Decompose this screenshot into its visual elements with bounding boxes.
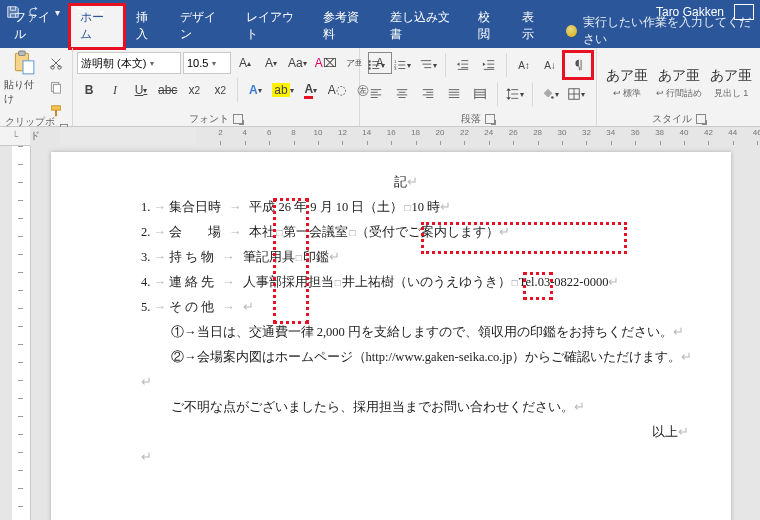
svg-text:3: 3: [394, 66, 397, 71]
svg-point-11: [368, 67, 370, 69]
superscript-button[interactable]: x2: [208, 79, 232, 101]
justify-button[interactable]: [442, 83, 466, 105]
align-left-button[interactable]: [364, 83, 388, 105]
doc-row-1: 1.→集合日時→平成 26 年 9 月 10 日（土）□10 時↵: [111, 195, 701, 220]
cut-button[interactable]: [44, 52, 68, 74]
group-paragraph-label: 段落: [461, 112, 481, 126]
text-direction-button[interactable]: A↕: [512, 54, 536, 76]
clear-formatting-button[interactable]: A⌧: [312, 52, 340, 74]
svg-rect-7: [52, 106, 61, 110]
show-hide-marks-button[interactable]: [564, 52, 592, 78]
style-item-2[interactable]: あア亜見出し 1: [705, 60, 757, 106]
font-size-combo[interactable]: 10.5▾: [183, 52, 231, 74]
doc-note-1: ①→当日は、交通費一律 2,000 円を支給しますので、領収用の印鑑をお持ちくだ…: [111, 320, 701, 345]
svg-point-15: [551, 96, 554, 99]
tell-me[interactable]: 実行したい作業を入力してください: [566, 14, 760, 48]
multilevel-list-button[interactable]: ▾: [416, 54, 440, 76]
style-item-0[interactable]: あア亜↩ 標準: [601, 60, 653, 106]
tab-review[interactable]: 校閲: [468, 5, 510, 48]
tell-me-placeholder: 実行したい作業を入力してください: [583, 14, 760, 48]
subscript-button[interactable]: x2: [182, 79, 206, 101]
highlight-button[interactable]: ab▾: [269, 79, 296, 101]
font-face-combo[interactable]: 游明朝 (本文)▾: [77, 52, 181, 74]
doc-row-4: 4.→連 絡 先→人事部採用担当□井上祐樹（いのうえゆうき）□Tel.03-08…: [111, 270, 701, 295]
doc-note-2: ②→会場案内図はホームページ（http://www.gaken-seika.co…: [111, 345, 701, 370]
ruler-corner: └: [0, 127, 30, 146]
svg-rect-6: [53, 84, 60, 93]
doc-row-3: 3.→持 ち 物→筆記用具□印鑑↵: [111, 245, 701, 270]
group-paragraph: ▾ 123▾ ▾ A↕ A↓ ▾: [360, 48, 597, 126]
increase-indent-button[interactable]: [477, 54, 501, 76]
doc-closing: ご不明な点がございましたら、採用担当までお問い合わせください。↵: [111, 395, 701, 420]
group-font: 游明朝 (本文)▾ 10.5▾ A▴ A▾ Aa▾ A⌧ ア亜 A B I U▾…: [73, 48, 360, 126]
distributed-button[interactable]: [468, 83, 492, 105]
page[interactable]: 記↵ 1.→集合日時→平成 26 年 9 月 10 日（土）□10 時↵2.→会…: [51, 152, 731, 520]
underline-button[interactable]: U▾: [129, 79, 153, 101]
save-icon[interactable]: [6, 5, 20, 19]
align-center-button[interactable]: [390, 83, 414, 105]
document-area: 記↵ 1.→集合日時→平成 26 年 9 月 10 日（土）□10 時↵2.→会…: [0, 146, 760, 520]
svg-rect-2: [23, 61, 34, 74]
svg-point-9: [368, 60, 370, 62]
group-clipboard: 貼り付け クリップボード: [0, 48, 73, 126]
font-color-button[interactable]: A▾: [299, 79, 323, 101]
doc-row-2: 2.→会 場→本社□第一会議室□（受付でご案内します）↵: [111, 220, 701, 245]
paste-button[interactable]: 貼り付け: [4, 50, 42, 106]
borders-button[interactable]: ▾: [564, 83, 588, 105]
sort-button[interactable]: A↓: [538, 54, 562, 76]
bulb-icon: [566, 25, 577, 37]
text-effects-button[interactable]: A▾: [243, 79, 267, 101]
group-styles-label: スタイル: [652, 112, 692, 126]
character-shading-button[interactable]: A◌: [325, 79, 349, 101]
styles-dialog-launcher[interactable]: [696, 114, 706, 124]
doc-end: 以上↵: [111, 420, 701, 445]
doc-heading: 記: [394, 175, 407, 189]
italic-button[interactable]: I: [103, 79, 127, 101]
line-spacing-button[interactable]: ▾: [503, 83, 527, 105]
ribbon: 貼り付け クリップボード 游明朝 (本文)▾ 10.5▾ A▴ A▾ Aa▾ A…: [0, 48, 760, 127]
tab-references[interactable]: 参考資料: [313, 5, 377, 48]
decrease-indent-button[interactable]: [451, 54, 475, 76]
svg-rect-1: [19, 51, 26, 55]
redo-icon[interactable]: [72, 5, 86, 19]
numbering-button[interactable]: 123▾: [390, 54, 414, 76]
undo-icon[interactable]: [28, 5, 42, 19]
tab-layout[interactable]: レイアウト: [236, 5, 311, 48]
change-case-button[interactable]: Aa▾: [285, 52, 310, 74]
doc-row-5: 5.→そ の 他→↵: [111, 295, 701, 320]
font-dialog-launcher[interactable]: [233, 114, 243, 124]
tab-view[interactable]: 表示: [512, 5, 554, 48]
tab-design[interactable]: デザイン: [170, 5, 234, 48]
grow-font-button[interactable]: A▴: [233, 52, 257, 74]
ribbon-tabs: ファイル ホーム 挿入 デザイン レイアウト 参考資料 差し込み文書 校閲 表示…: [0, 24, 760, 48]
paragraph-dialog-launcher[interactable]: [485, 114, 495, 124]
style-item-1[interactable]: あア亜↩ 行間詰め: [653, 60, 705, 106]
undo-dropdown-icon[interactable]: ▾: [50, 5, 64, 19]
strikethrough-button[interactable]: abc: [155, 79, 180, 101]
bold-button[interactable]: B: [77, 79, 101, 101]
svg-point-10: [368, 64, 370, 66]
group-styles: あア亜↩ 標準あア亜↩ 行間詰めあア亜見出し 1 スタイル: [597, 48, 760, 126]
vertical-ruler[interactable]: [12, 146, 31, 520]
bullets-button[interactable]: ▾: [364, 54, 388, 76]
font-face-value: 游明朝 (本文): [81, 56, 146, 71]
shrink-font-button[interactable]: A▾: [259, 52, 283, 74]
shading-button[interactable]: ▾: [538, 83, 562, 105]
font-size-value: 10.5: [187, 57, 208, 69]
paste-label: 貼り付け: [4, 78, 42, 106]
align-right-button[interactable]: [416, 83, 440, 105]
tab-insert[interactable]: 挿入: [126, 5, 168, 48]
tab-mailings[interactable]: 差し込み文書: [380, 5, 466, 48]
qat-customize-icon[interactable]: ▾: [94, 5, 108, 19]
copy-button[interactable]: [44, 76, 68, 98]
group-font-label: フォント: [189, 112, 229, 126]
